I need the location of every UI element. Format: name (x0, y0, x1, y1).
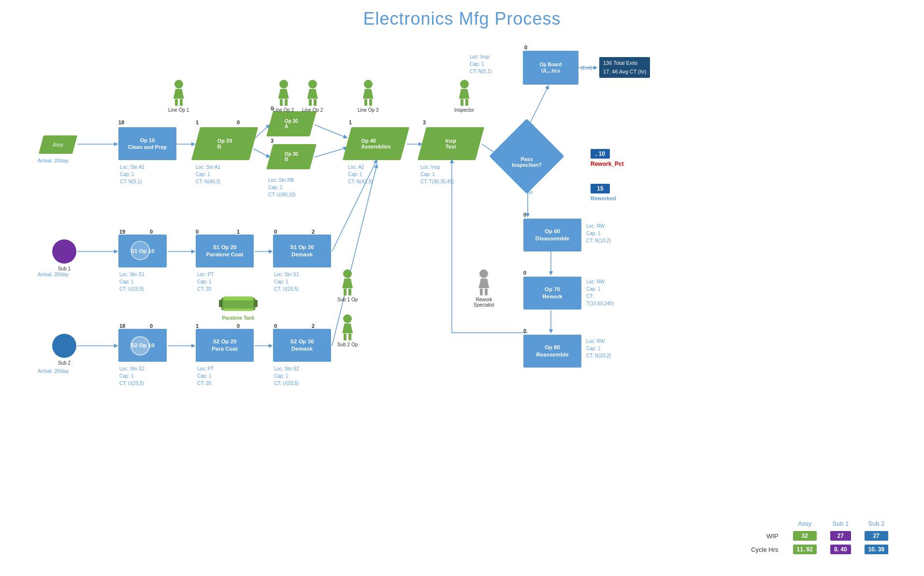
sub1op-leg-r (348, 289, 351, 295)
opboard-count: 0 (524, 44, 527, 50)
wip-assy-val: 32 (793, 531, 817, 541)
lineop3-label: Line Op 3 (358, 107, 378, 113)
sub1op-label: Sub 1 Op (337, 297, 358, 302)
s2op10-circle (130, 336, 150, 355)
op70-info: Loc: RWCap: 1CT:T(10,60,240) (586, 278, 614, 307)
reworkspec-leg-l (480, 289, 483, 295)
lineop2b-leg-r (314, 99, 317, 106)
wip-row: WIP 32 27 27 (744, 529, 895, 543)
cyclehrs-row: Cycle Hrs 11. 92 8. 40 10. 39 (744, 543, 895, 556)
s1op20-in-count: 0 (196, 229, 199, 235)
s1op10-out-count: 0 (150, 229, 153, 235)
op40-shape[interactable]: Op 40Assemblies (343, 127, 409, 160)
s1op10-circle (130, 241, 150, 260)
op10-box[interactable]: Op 10Clean and Prep (118, 127, 176, 160)
avg-ct: 17. 46 Avg CT (hr) (603, 68, 646, 76)
wip-col-sub1: Sub 1 (823, 518, 858, 529)
sub2-shape (52, 334, 76, 358)
sub2op-label: Sub 2 Op (337, 342, 358, 347)
lineop1-person: Line Op 1 (168, 80, 189, 113)
svg-line-8 (528, 86, 549, 128)
wip-col-assy: Assy (786, 518, 823, 529)
inspector-leg-l (461, 99, 463, 106)
svg-line-3 (254, 149, 270, 157)
s2op20-in-count: 1 (196, 323, 199, 329)
sub1-arrival: Arrival: 20/day (38, 271, 69, 278)
sub2op-leg-r (348, 334, 351, 340)
lineop3-leg-r (369, 99, 372, 106)
sub2-label: Sub 2 (52, 360, 76, 366)
op60-box[interactable]: Op 60Disassemble (523, 219, 581, 251)
op70-box[interactable]: Op 70Rework (523, 277, 581, 310)
svg-line-5 (315, 148, 347, 157)
paralene-tank: Paralene Tank (219, 294, 258, 321)
lineop2a-head (279, 80, 288, 89)
op20b-shape[interactable]: Op 20B (191, 127, 258, 160)
lineop2a-legs (280, 99, 288, 106)
lineop1-head (174, 80, 183, 89)
lineop1-body (173, 89, 184, 99)
lineop1-label: Line Op 1 (168, 107, 189, 113)
insp-in-count: 3 (423, 119, 426, 125)
cyclehrs-sub1-val: 8. 40 (830, 545, 851, 554)
no-label: No (527, 190, 533, 195)
wip-row-label: WIP (744, 529, 786, 543)
sub1op-legs (344, 289, 351, 295)
cyclehrs-assy-val: 11. 92 (793, 545, 817, 554)
inspector-label: Inspector (454, 107, 474, 113)
svg-rect-22 (219, 300, 223, 307)
s1op30-box[interactable]: S1 Op 30Demask (273, 235, 331, 267)
wip-col-sub2: Sub 2 (858, 518, 895, 529)
s2op20-box[interactable]: S2 Op 20Para Coat (196, 329, 254, 362)
assy-shape: Assy (39, 135, 77, 154)
lineop1-leg-l (175, 99, 178, 106)
lineop2a-label: Line Op 2 (273, 107, 294, 113)
op30a-shape[interactable]: Op 30A (266, 111, 317, 136)
s2op20-out-count: 0 (237, 323, 240, 329)
s1op30-in-count: 0 (274, 229, 277, 235)
s2op30-info: Loc: Stn S2Cap: 1CT: U(20,5) (274, 365, 299, 387)
reworkspec-leg-r (485, 289, 488, 295)
op40-in-count: 1 (349, 119, 352, 125)
s1op10-info: Loc: Stn S1Cap: 1CT: U(25,5) (119, 271, 144, 293)
cyclehrs-row-label: Cycle Hrs (744, 543, 786, 556)
lineop2a-leg-r (285, 99, 288, 106)
op60-info: Loc: RWCap: 1CT: N(10,2) (586, 222, 611, 244)
op10-in-count: 18 (118, 119, 124, 125)
svg-line-4 (315, 125, 347, 138)
inspector-head (460, 80, 469, 89)
svg-rect-23 (254, 300, 258, 307)
sub2op-leg-l (344, 334, 346, 340)
op70-in-count: 0 (523, 270, 526, 276)
lineop1-legs (175, 99, 183, 106)
lineop2a-leg-l (280, 99, 283, 106)
sub1op-body (342, 279, 353, 288)
s2op10-info: Loc: Stn S2Cap: 1CT: U(25,5) (119, 365, 144, 387)
sub1op-head (343, 269, 352, 278)
s1op20-out-count: 1 (237, 229, 240, 235)
op80-info: Loc: RWCap: 1CT: N(20,2) (586, 338, 611, 359)
op20b-out-count: 0 (237, 119, 240, 125)
op80-box[interactable]: Op 80Reassemble (523, 335, 581, 368)
insp-shape[interactable]: InspTest (418, 127, 484, 160)
s2op20-info: Loc: PTCap: 1CT: 20 (197, 365, 214, 387)
sub2op-head (343, 314, 352, 323)
opboard-box[interactable]: Op BoardUL...tics (523, 51, 578, 85)
total-exits: 136 Total Exits (603, 59, 646, 68)
s1op30-info: Loc: Stn S1Cap: 1CT: U(20,5) (274, 271, 299, 293)
process-canvas: Assy Arrival: 20/day Sub 1 Arrival: 20/d… (0, 34, 924, 576)
op30b-shape[interactable]: Op 30B (266, 144, 317, 169)
s1op20-info: Loc: PTCap: 1CT: 20 (197, 271, 214, 293)
s1op20-box[interactable]: S1 Op 20Paralene Coat (196, 235, 254, 267)
reworkspec-head (479, 269, 488, 278)
opboard-info: Loc: InspCap: 1CT: N(5,1) (470, 53, 492, 75)
reworked-val: 15 (591, 184, 610, 193)
lineop2b-label: Line Op 2 (302, 107, 323, 113)
sub1-shape (52, 239, 76, 264)
pass-inspection-text: PassInspection? (499, 134, 554, 190)
op80-in-count: 0 (523, 328, 526, 334)
sub1op-leg-l (344, 289, 346, 295)
lineop3-legs (364, 99, 372, 106)
s2op30-box[interactable]: S2 Op 30Demask (273, 329, 331, 362)
sub2op-legs (344, 334, 351, 340)
